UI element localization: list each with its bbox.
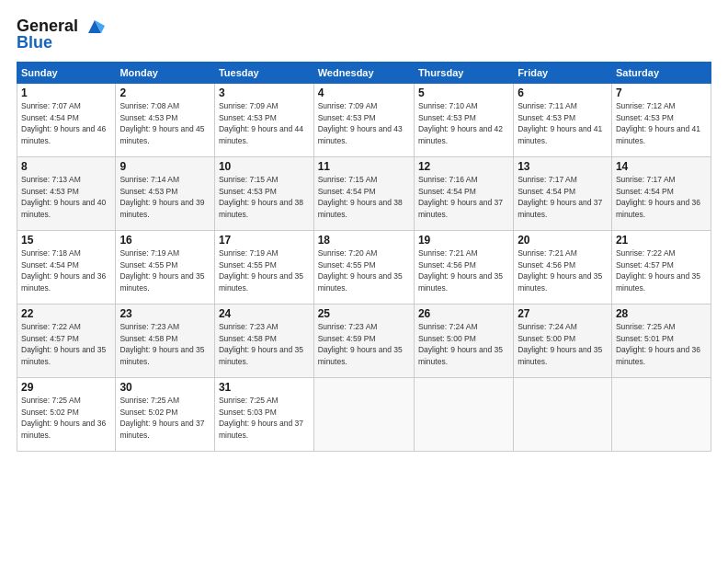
calendar-day-5: 5Sunrise: 7:10 AMSunset: 4:53 PMDaylight…: [414, 84, 513, 157]
calendar-day-29: 29Sunrise: 7:25 AMSunset: 5:02 PMDayligh…: [17, 378, 116, 452]
logo: General Blue: [17, 17, 105, 52]
calendar-day-22: 22Sunrise: 7:22 AMSunset: 4:57 PMDayligh…: [17, 304, 116, 378]
calendar-body: 1Sunrise: 7:07 AMSunset: 4:54 PMDaylight…: [17, 84, 711, 452]
calendar-day-15: 15Sunrise: 7:18 AMSunset: 4:54 PMDayligh…: [17, 231, 116, 304]
calendar-table: SundayMondayTuesdayWednesdayThursdayFrid…: [17, 62, 711, 452]
column-header-saturday: Saturday: [611, 63, 711, 84]
calendar-day-9: 9Sunrise: 7:14 AMSunset: 4:53 PMDaylight…: [116, 157, 215, 231]
calendar-day-25: 25Sunrise: 7:23 AMSunset: 4:59 PMDayligh…: [313, 304, 414, 378]
column-header-monday: Monday: [116, 63, 215, 84]
calendar-day-3: 3Sunrise: 7:09 AMSunset: 4:53 PMDaylight…: [214, 84, 313, 157]
calendar-day-27: 27Sunrise: 7:24 AMSunset: 5:00 PMDayligh…: [514, 304, 612, 378]
page-header: General Blue: [17, 17, 711, 52]
column-header-friday: Friday: [514, 63, 612, 84]
empty-cell: [514, 378, 612, 452]
calendar-day-14: 14Sunrise: 7:17 AMSunset: 4:54 PMDayligh…: [611, 157, 711, 231]
calendar-day-1: 1Sunrise: 7:07 AMSunset: 4:54 PMDaylight…: [17, 84, 116, 157]
calendar-day-4: 4Sunrise: 7:09 AMSunset: 4:53 PMDaylight…: [313, 84, 414, 157]
calendar-day-17: 17Sunrise: 7:19 AMSunset: 4:55 PMDayligh…: [214, 231, 313, 304]
calendar-day-20: 20Sunrise: 7:21 AMSunset: 4:56 PMDayligh…: [514, 231, 612, 304]
calendar-week-1: 1Sunrise: 7:07 AMSunset: 4:54 PMDaylight…: [17, 84, 711, 157]
calendar-week-2: 8Sunrise: 7:13 AMSunset: 4:53 PMDaylight…: [17, 157, 711, 231]
calendar-day-18: 18Sunrise: 7:20 AMSunset: 4:55 PMDayligh…: [313, 231, 414, 304]
calendar-day-28: 28Sunrise: 7:25 AMSunset: 5:01 PMDayligh…: [611, 304, 711, 378]
column-header-thursday: Thursday: [414, 63, 513, 84]
empty-cell: [313, 378, 414, 452]
calendar-day-11: 11Sunrise: 7:15 AMSunset: 4:54 PMDayligh…: [313, 157, 414, 231]
calendar-day-24: 24Sunrise: 7:23 AMSunset: 4:58 PMDayligh…: [214, 304, 313, 378]
calendar-day-21: 21Sunrise: 7:22 AMSunset: 4:57 PMDayligh…: [611, 231, 711, 304]
calendar-week-4: 22Sunrise: 7:22 AMSunset: 4:57 PMDayligh…: [17, 304, 711, 378]
calendar-week-5: 29Sunrise: 7:25 AMSunset: 5:02 PMDayligh…: [17, 378, 711, 452]
calendar-day-16: 16Sunrise: 7:19 AMSunset: 4:55 PMDayligh…: [116, 231, 215, 304]
logo-text-general: General: [17, 17, 78, 35]
empty-cell: [611, 378, 711, 452]
calendar-day-7: 7Sunrise: 7:12 AMSunset: 4:53 PMDaylight…: [611, 84, 711, 157]
calendar-day-6: 6Sunrise: 7:11 AMSunset: 4:53 PMDaylight…: [514, 84, 612, 157]
calendar-day-31: 31Sunrise: 7:25 AMSunset: 5:03 PMDayligh…: [214, 378, 313, 452]
calendar-day-13: 13Sunrise: 7:17 AMSunset: 4:54 PMDayligh…: [514, 157, 612, 231]
calendar-day-8: 8Sunrise: 7:13 AMSunset: 4:53 PMDaylight…: [17, 157, 116, 231]
column-header-sunday: Sunday: [17, 63, 116, 84]
calendar-day-26: 26Sunrise: 7:24 AMSunset: 5:00 PMDayligh…: [414, 304, 513, 378]
calendar-day-10: 10Sunrise: 7:15 AMSunset: 4:53 PMDayligh…: [214, 157, 313, 231]
calendar-day-12: 12Sunrise: 7:16 AMSunset: 4:54 PMDayligh…: [414, 157, 513, 231]
calendar-day-19: 19Sunrise: 7:21 AMSunset: 4:56 PMDayligh…: [414, 231, 513, 304]
column-header-tuesday: Tuesday: [214, 63, 313, 84]
calendar-day-30: 30Sunrise: 7:25 AMSunset: 5:02 PMDayligh…: [116, 378, 215, 452]
calendar-day-23: 23Sunrise: 7:23 AMSunset: 4:58 PMDayligh…: [116, 304, 215, 378]
empty-cell: [414, 378, 513, 452]
calendar-week-3: 15Sunrise: 7:18 AMSunset: 4:54 PMDayligh…: [17, 231, 711, 304]
calendar-header-row: SundayMondayTuesdayWednesdayThursdayFrid…: [17, 63, 711, 84]
calendar-day-2: 2Sunrise: 7:08 AMSunset: 4:53 PMDaylight…: [116, 84, 215, 157]
column-header-wednesday: Wednesday: [313, 63, 414, 84]
logo-icon: [85, 17, 105, 37]
